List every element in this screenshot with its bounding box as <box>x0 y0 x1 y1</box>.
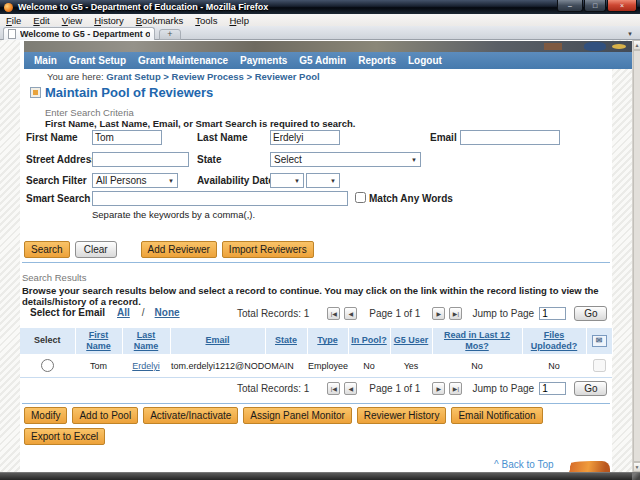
page-indicator: Page 1 of 1 <box>369 308 420 319</box>
previous-page-button[interactable]: ◀ <box>344 307 357 320</box>
go-button[interactable]: Go <box>574 306 607 321</box>
first-page-button[interactable]: |◀ <box>327 307 340 320</box>
menu-file[interactable]: File <box>0 15 27 26</box>
select-all-link[interactable]: All <box>115 307 132 318</box>
column-header-g5-user[interactable]: G5 User <box>390 328 432 355</box>
firefox-icon <box>4 3 13 12</box>
column-header-first-name[interactable]: First Name <box>75 328 122 355</box>
select-record-radio[interactable] <box>41 359 54 372</box>
jump-to-page-input[interactable] <box>539 307 566 320</box>
activate-inactivate-button[interactable]: Activate/Inactivate <box>143 407 238 424</box>
envelope-icon: ✉ <box>592 335 607 347</box>
export-to-excel-button[interactable]: Export to Excel <box>24 428 105 445</box>
tab-title: Welcome to G5 - Department of Edu... <box>20 29 150 39</box>
street-address-label: Street Address <box>26 154 97 165</box>
import-reviewers-button[interactable]: Import Reviewers <box>222 241 314 258</box>
page-favicon <box>8 29 16 39</box>
nav-g5-admin[interactable]: G5 Admin <box>299 55 346 66</box>
record-actions-row-1: Modify Add to Pool Activate/Inactivate A… <box>24 407 548 424</box>
maximize-button[interactable]: □ <box>584 0 606 12</box>
next-page-button[interactable]: ▶ <box>432 307 445 320</box>
last-page-button[interactable]: ▶| <box>449 307 462 320</box>
minimize-button[interactable]: – <box>557 0 583 12</box>
criteria-heading: Enter Search Criteria <box>45 107 134 118</box>
last-name-label: Last Name <box>197 132 248 143</box>
next-page-button[interactable]: ▶ <box>432 382 445 395</box>
nav-payments[interactable]: Payments <box>240 55 287 66</box>
jump-to-page-label: Jump to Page <box>472 308 534 319</box>
first-name-label: First Name <box>26 132 78 143</box>
email-input[interactable] <box>460 130 560 145</box>
chevron-down-icon: ▼ <box>330 178 336 184</box>
column-header-email[interactable]: Email <box>170 328 265 355</box>
new-tab-button[interactable]: + <box>159 29 181 40</box>
column-header-read-12-mos[interactable]: Read in Last 12 Mos? <box>432 328 522 355</box>
g5-header-banner <box>24 41 632 52</box>
page-indicator: Page 1 of 1 <box>369 383 420 394</box>
resize-grip <box>632 473 640 480</box>
scrollbar-thumb[interactable] <box>633 50 640 462</box>
availability-month-select[interactable]: ▼ <box>270 173 304 188</box>
close-button[interactable]: × <box>607 0 637 12</box>
scroll-down-icon[interactable]: ▼ <box>633 462 640 472</box>
reviewer-history-button[interactable]: Reviewer History <box>357 407 447 424</box>
nav-main[interactable]: Main <box>34 55 57 66</box>
street-address-input[interactable] <box>92 152 189 167</box>
add-reviewer-button[interactable]: Add Reviewer <box>141 241 217 258</box>
menu-view[interactable]: View <box>56 15 88 26</box>
modify-button[interactable]: Modify <box>24 407 67 424</box>
back-to-top-link[interactable]: ^ Back to Top <box>494 459 554 470</box>
search-filter-select[interactable]: All Persons ▼ <box>92 173 178 188</box>
decorative-graphic <box>562 461 610 472</box>
vertical-scrollbar[interactable]: ▲ ▼ <box>632 40 640 472</box>
column-header-type[interactable]: Type <box>307 328 348 355</box>
match-any-words-checkbox[interactable] <box>355 192 366 203</box>
search-filter-value: All Persons <box>96 175 147 186</box>
chevron-down-icon: ▼ <box>294 178 300 184</box>
state-label: State <box>197 154 221 165</box>
nav-grant-setup[interactable]: Grant Setup <box>69 55 126 66</box>
availability-day-select[interactable]: ▼ <box>306 173 340 188</box>
criteria-note: First Name, Last Name, Email, or Smart S… <box>45 118 355 129</box>
first-page-button[interactable]: |◀ <box>327 382 340 395</box>
add-to-pool-button[interactable]: Add to Pool <box>72 407 138 424</box>
smart-search-input[interactable] <box>92 191 348 206</box>
column-header-last-name[interactable]: Last Name <box>122 328 170 355</box>
page-title: Maintain Pool of Reviewers <box>45 85 213 100</box>
tab-list-icon[interactable]: ▾ <box>623 28 637 39</box>
column-header-state[interactable]: State <box>265 328 307 355</box>
clear-button[interactable]: Clear <box>75 241 117 258</box>
last-page-button[interactable]: ▶| <box>449 382 462 395</box>
browser-window: Welcome to G5 - Department of Education … <box>0 0 640 480</box>
cell-type: Employee <box>307 355 348 378</box>
last-name-link[interactable]: Erdelyi <box>132 361 160 371</box>
jump-to-page-input[interactable] <box>539 382 566 395</box>
table-row: Tom Erdelyi tom.erdelyi1212@NODOMAIN Emp… <box>20 355 612 378</box>
menu-help[interactable]: Help <box>223 15 255 26</box>
menu-history[interactable]: History <box>88 15 130 26</box>
assign-panel-monitor-button[interactable]: Assign Panel Monitor <box>243 407 352 424</box>
scroll-up-icon[interactable]: ▲ <box>633 40 640 50</box>
menu-edit[interactable]: Edit <box>27 15 55 26</box>
first-name-input[interactable] <box>92 130 162 145</box>
column-header-in-pool[interactable]: In Pool? <box>348 328 390 355</box>
select-none-link[interactable]: None <box>153 307 182 318</box>
previous-page-button[interactable]: ◀ <box>344 382 357 395</box>
state-select[interactable]: Select ▼ <box>270 152 421 167</box>
menu-tools[interactable]: Tools <box>189 15 223 26</box>
main-navigation: Main Grant Setup Grant Maintenance Payme… <box>24 52 632 69</box>
search-button[interactable]: Search <box>24 241 70 258</box>
go-button[interactable]: Go <box>574 381 607 396</box>
browser-tab[interactable]: Welcome to G5 - Department of Edu... <box>3 27 155 40</box>
breadcrumb-path[interactable]: Grant Setup > Review Process > Reviewer … <box>106 71 319 82</box>
select-for-email-label: Select for Email <box>30 307 105 318</box>
nav-grant-maintenance[interactable]: Grant Maintenance <box>138 55 228 66</box>
column-header-files-uploaded[interactable]: Files Uploaded? <box>522 328 586 355</box>
last-name-input[interactable] <box>270 130 340 145</box>
menu-bookmarks[interactable]: Bookmarks <box>130 15 190 26</box>
nav-reports[interactable]: Reports <box>358 55 396 66</box>
state-select-value: Select <box>274 154 302 165</box>
nav-logout[interactable]: Logout <box>408 55 442 66</box>
total-records: Total Records: 1 <box>237 308 309 319</box>
email-notification-button[interactable]: Email Notification <box>451 407 542 424</box>
